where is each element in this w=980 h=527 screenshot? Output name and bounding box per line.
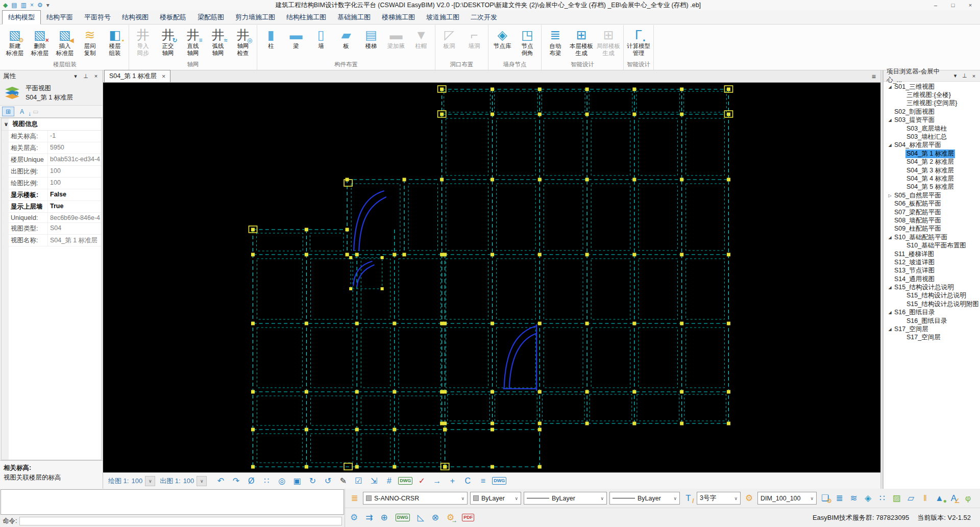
ribbon-button-g1-1[interactable]: 井↻正交轴网 bbox=[156, 26, 180, 58]
menu-tab-3[interactable]: 结构视图 bbox=[116, 11, 154, 24]
menu-tab-8[interactable]: 基础施工图 bbox=[332, 11, 376, 24]
redo-button[interactable]: ↷ bbox=[230, 476, 242, 486]
print-scale-value[interactable]: 100 bbox=[183, 477, 194, 485]
dim-style-select[interactable]: DIM_100_100∨ bbox=[757, 492, 817, 505]
tree-item-29[interactable]: ◢S17_空间层 bbox=[884, 325, 980, 333]
save-icon[interactable]: ▤ bbox=[11, 2, 17, 8]
target-box-button[interactable]: ⊕ bbox=[381, 512, 388, 523]
view-tab-close-icon[interactable]: × bbox=[162, 73, 165, 80]
tree-item-13[interactable]: ▷S05_自然层平面 bbox=[884, 191, 980, 199]
pin-marker-button[interactable]: φ bbox=[962, 493, 974, 504]
link-break-button[interactable]: ⊗ bbox=[432, 512, 439, 523]
ribbon-button-g1-4[interactable]: 井◎轴网检查 bbox=[231, 26, 255, 58]
ribbon-button-g6-0[interactable]: Γ•计算模型管理 bbox=[626, 26, 651, 58]
ribbon-button-g2-3[interactable]: ▰板 bbox=[334, 26, 358, 58]
hatch-region-button[interactable]: ▨ bbox=[891, 493, 902, 504]
tree-item-17[interactable]: S09_柱配筋平面 bbox=[884, 225, 980, 233]
gear-doc-button[interactable]: ⚙→ bbox=[447, 512, 454, 523]
maximize-button[interactable]: □ bbox=[944, 0, 962, 10]
text-style-select[interactable]: 3号字∨ bbox=[697, 492, 741, 505]
ribbon-button-g0-1[interactable]: ▧×删除标准层 bbox=[28, 26, 52, 58]
lock-ccw-button[interactable]: ↺ bbox=[322, 476, 334, 486]
settings-icon[interactable]: ⚙ bbox=[37, 2, 43, 8]
line-draw-button[interactable]: ◺ bbox=[418, 512, 424, 523]
ribbon-button-g1-2[interactable]: 井≡直线轴网 bbox=[181, 26, 205, 58]
menu-tab-11[interactable]: 二次开发 bbox=[465, 11, 503, 24]
layer-settings-button[interactable]: ❏⚙ bbox=[819, 493, 831, 504]
tree-item-18[interactable]: ◢S10_基础配筋平面 bbox=[884, 233, 980, 241]
prop-value-6[interactable]: True bbox=[47, 201, 101, 212]
panel-dropdown-icon[interactable]: ▾ bbox=[72, 73, 79, 80]
menu-tab-9[interactable]: 楼梯施工图 bbox=[376, 11, 421, 24]
attach-plus-button[interactable]: + bbox=[446, 476, 458, 486]
tab-list-icon[interactable]: ≡ bbox=[867, 72, 880, 82]
view-tab[interactable]: S04_第 1 标准层 × bbox=[104, 70, 170, 82]
ribbon-button-g0-2[interactable]: ▧◀插入标准层 bbox=[53, 26, 77, 58]
menu-tab-1[interactable]: 结构平面 bbox=[41, 11, 79, 24]
section-collapse-icon[interactable]: ∨ bbox=[3, 121, 10, 128]
dwg-link-button[interactable]: DWG bbox=[398, 477, 412, 485]
shape-tools-button[interactable]: ▲● bbox=[934, 493, 945, 504]
wall-pair-button[interactable]: ▱ bbox=[905, 493, 917, 504]
prop-value-8[interactable]: S04 bbox=[47, 223, 101, 234]
menu-tab-6[interactable]: 剪力墙施工图 bbox=[230, 11, 281, 24]
minimize-button[interactable]: – bbox=[927, 0, 944, 10]
tree-item-19[interactable]: S10_基础平面布置图 bbox=[884, 241, 980, 249]
dwg-import-button[interactable]: DWG bbox=[396, 514, 410, 521]
tree-item-14[interactable]: S06_板配筋平面 bbox=[884, 199, 980, 208]
close-file-icon[interactable]: × bbox=[30, 2, 34, 8]
ribbon-button-g0-0[interactable]: ▧⚙新建标准层 bbox=[3, 26, 27, 58]
tree-item-1[interactable]: 三维视图:{全楼} bbox=[884, 91, 980, 99]
gear-outline-button[interactable]: ⚙ bbox=[350, 512, 358, 523]
hide-element-button[interactable]: Ø bbox=[245, 476, 257, 486]
ribbon-button-g2-0[interactable]: ▮柱 bbox=[259, 26, 283, 58]
view-info-section-header[interactable]: ∨ 视图信息 bbox=[2, 118, 101, 131]
tree-item-4[interactable]: ◢S03_提资平面 bbox=[884, 116, 980, 124]
tree-item-15[interactable]: S07_梁配筋平面 bbox=[884, 208, 980, 216]
ribbon-button-g0-3[interactable]: ≋层间复制 bbox=[78, 26, 102, 58]
point-grid-button[interactable]: ∷ bbox=[260, 476, 273, 486]
text-style-button[interactable]: T/ bbox=[682, 493, 694, 504]
lock-cw-button[interactable]: ↻ bbox=[306, 476, 318, 486]
tree-item-11[interactable]: S04_第 4 标准层 bbox=[884, 174, 980, 183]
lineweight-select[interactable]: ByLayer∨ bbox=[609, 492, 680, 505]
block-manage-button[interactable]: ∷ bbox=[876, 493, 888, 504]
tree-item-3[interactable]: S02_剖面视图 bbox=[884, 108, 980, 116]
menu-tab-2[interactable]: 平面符号 bbox=[79, 11, 116, 24]
ribbon-button-g5-0[interactable]: ≣自动布梁 bbox=[544, 26, 567, 58]
expanded-icon[interactable]: ◢ bbox=[887, 118, 893, 122]
tree-item-9[interactable]: S04_第 2 标准层 bbox=[884, 158, 980, 166]
panel-pin-icon[interactable]: ⊥ bbox=[82, 73, 89, 80]
dim-style-button[interactable]: ⚙ bbox=[743, 493, 755, 504]
collapsed-icon[interactable]: ▷ bbox=[887, 193, 893, 198]
ribbon-button-g2-2[interactable]: ▯墙 bbox=[309, 26, 333, 58]
ribbon-button-g4-1[interactable]: ◳节点倒角 bbox=[516, 26, 539, 58]
tree-item-25[interactable]: S15_结构设计总说明 bbox=[884, 292, 980, 300]
menu-tab-10[interactable]: 坡道施工图 bbox=[421, 11, 465, 24]
tree-item-26[interactable]: S15_结构设计总说明附图 bbox=[884, 300, 980, 308]
column-group-button[interactable]: ‖ bbox=[919, 493, 931, 504]
select-check-button[interactable]: ☑ bbox=[352, 476, 364, 486]
tree-item-27[interactable]: ◢S16_图纸目录 bbox=[884, 309, 980, 317]
flow-arrows-button[interactable]: ⇉ bbox=[365, 512, 373, 523]
draw-scale-value[interactable]: 100 bbox=[131, 477, 142, 485]
dwg-out-button[interactable]: DWG bbox=[492, 477, 506, 485]
attach-arrow-button[interactable]: → bbox=[431, 476, 443, 486]
drawing-canvas[interactable] bbox=[103, 83, 880, 472]
quickbar-caret-icon[interactable]: ▾ bbox=[46, 2, 50, 8]
attach-c-button[interactable]: C bbox=[461, 476, 474, 486]
ribbon-button-g2-1[interactable]: ▬梁 bbox=[284, 26, 308, 58]
close-button[interactable]: × bbox=[962, 0, 979, 10]
prop-value-4[interactable]: 100 bbox=[47, 178, 101, 189]
prop-value-5[interactable]: False bbox=[47, 189, 101, 200]
prop-value-0[interactable]: -1 bbox=[47, 131, 101, 142]
expanded-icon[interactable]: ◢ bbox=[887, 143, 893, 147]
tree-item-20[interactable]: S11_楼梯详图 bbox=[884, 250, 980, 258]
menu-tab-4[interactable]: 楼板配筋 bbox=[154, 11, 192, 24]
tree-item-28[interactable]: S16_图纸目录 bbox=[884, 317, 980, 325]
attach-check-button[interactable]: ✓ bbox=[415, 476, 428, 486]
linetype-select[interactable]: ByLayer∨ bbox=[524, 492, 607, 505]
command-input[interactable] bbox=[19, 517, 342, 525]
tree-item-22[interactable]: S13_节点详图 bbox=[884, 267, 980, 275]
categorized-view-button[interactable]: ⊞ bbox=[2, 107, 14, 116]
